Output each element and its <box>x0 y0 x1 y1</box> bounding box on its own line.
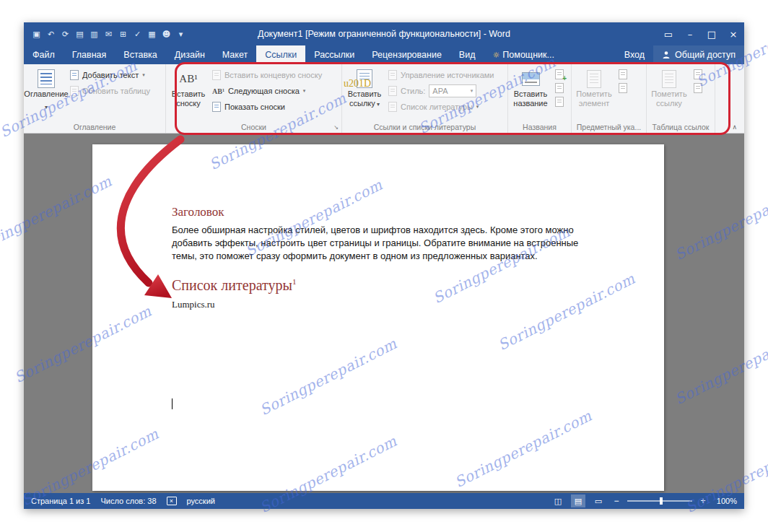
save-icon[interactable]: ▣ <box>30 25 43 43</box>
mark-entry-button[interactable]: Пометить элемент <box>573 65 615 121</box>
update-table-of-authorities-icon[interactable] <box>694 83 702 93</box>
close-button[interactable]: × <box>723 22 744 45</box>
insert-endnote-label: Вставить концевую сноску <box>224 71 322 79</box>
add-text-label: Добавить текст <box>82 71 139 79</box>
spelling-icon[interactable]: ✓ <box>131 25 144 43</box>
qat-customize-icon[interactable]: ▾ <box>174 25 188 43</box>
group-label-toc: Оглавление <box>24 121 165 133</box>
document-page[interactable]: Заголовок Более обширная настройка стиле… <box>92 144 664 491</box>
insert-endnote-icon <box>212 70 221 80</box>
manage-sources-label: Управление источниками <box>401 71 494 79</box>
redo-icon[interactable]: ⟳ <box>58 25 72 43</box>
account-icon[interactable]: ☻ <box>160 25 173 43</box>
mark-citation-button[interactable]: Пометить ссылку <box>648 65 690 121</box>
tab-design[interactable]: Дизайн <box>166 45 214 64</box>
print-layout-icon[interactable]: ▤ <box>571 494 585 507</box>
insert-caption-icon <box>522 72 540 86</box>
ribbon-group-footnotes: AB¹ Вставить сноску Вставить концевую сн… <box>166 64 342 133</box>
ribbon-group-toc: Оглавление Добавить текст Обновить табли… <box>24 64 166 133</box>
insert-endnote-button[interactable]: Вставить концевую сноску <box>209 67 325 83</box>
language-indicator[interactable]: русский <box>187 497 215 505</box>
group-label-citations: Ссылки и списки литературы <box>342 121 507 133</box>
update-table-label: Обновить таблицу <box>82 87 150 95</box>
statusbar-right: ◫ ▤ ▭ − + 100% <box>551 494 737 507</box>
tab-review[interactable]: Рецензирование <box>363 45 450 64</box>
document-heading: Заголовок <box>172 205 599 219</box>
insert-footnote-button[interactable]: AB¹ Вставить сноску <box>167 65 209 121</box>
tab-references[interactable]: Ссылки <box>256 45 305 64</box>
cross-reference-icon[interactable] <box>555 97 564 107</box>
email-icon[interactable]: ✉ <box>102 25 115 43</box>
undo-icon[interactable]: ↶ <box>44 25 58 43</box>
tab-layout[interactable]: Макет <box>214 45 256 64</box>
insert-citation-button[interactable]: Вставить ссылку <box>344 65 385 121</box>
bibliography-icon <box>388 102 397 112</box>
insert-table-of-authorities-icon[interactable] <box>694 69 702 79</box>
tab-view[interactable]: Вид <box>450 45 484 64</box>
update-index-icon[interactable] <box>619 83 627 93</box>
tab-file[interactable]: Файл <box>24 45 64 64</box>
document-paragraph: Более обширная настройка стилей, цветов … <box>172 224 599 263</box>
tab-assistant[interactable]: ☼ Помощник... <box>484 45 562 64</box>
read-mode-icon[interactable]: ◫ <box>551 494 565 507</box>
mark-citation-label-1: Пометить <box>651 90 686 99</box>
collapse-ribbon-icon[interactable]: ∧ <box>732 123 737 131</box>
tab-home[interactable]: Главная <box>64 45 115 64</box>
table-of-contents-button[interactable]: Оглавление <box>25 65 67 121</box>
insert-citation-icon <box>357 69 372 88</box>
web-layout-icon[interactable]: ▭ <box>591 494 606 507</box>
insert-caption-button[interactable]: Вставить название <box>510 65 551 121</box>
zoom-slider[interactable] <box>627 494 692 507</box>
new-document-icon[interactable]: ▤ <box>73 25 87 43</box>
proofing-errors-icon[interactable] <box>167 497 177 505</box>
zoom-level[interactable]: 100% <box>714 497 737 505</box>
update-table-button[interactable]: Обновить таблицу <box>67 83 153 99</box>
show-notes-button[interactable]: Показать сноски <box>209 99 325 115</box>
update-figures-table-icon[interactable] <box>555 83 564 93</box>
page-indicator[interactable]: Страница 1 из 1 <box>31 497 90 505</box>
group-label-footnotes: Сноски <box>166 121 341 133</box>
bibliography-label: Список литературы <box>401 103 473 111</box>
word-window: ▣ ↶ ⟳ ▤ ▥ ✉ ⊞ ✓ ▦ ☻ ▾ Документ1 [Режим о… <box>24 22 744 509</box>
style-row: Стиль: APA <box>385 83 497 99</box>
next-footnote-icon: AB¹ <box>212 87 224 95</box>
document-area: Заголовок Более обширная настройка стиле… <box>24 134 744 493</box>
mark-entry-icon <box>587 70 601 88</box>
bibliography-heading: Список литературы1 <box>172 277 599 294</box>
insert-footnote-label-2: сноску <box>176 99 201 108</box>
update-table-icon <box>70 86 79 96</box>
table-icon[interactable]: ▦ <box>145 25 159 43</box>
table-of-contents-label: Оглавление <box>24 90 68 99</box>
next-footnote-button[interactable]: AB¹ Следующая сноска <box>209 83 325 99</box>
share-button[interactable]: Общий доступ <box>653 45 744 64</box>
style-label: Стиль: <box>401 87 425 95</box>
open-icon[interactable]: ▥ <box>87 25 101 43</box>
insert-table-of-figures-icon[interactable] <box>555 69 564 79</box>
footnotes-dialog-launcher-icon[interactable] <box>332 123 340 131</box>
mark-entry-label-2: элемент <box>579 99 610 108</box>
zoom-slider-thumb[interactable] <box>660 497 663 505</box>
tab-mailings[interactable]: Рассылки <box>305 45 363 64</box>
minimize-button[interactable]: – <box>679 22 701 45</box>
zoom-in-button[interactable]: + <box>698 496 708 506</box>
style-combobox[interactable]: APA <box>429 84 476 97</box>
ribbon-display-options-icon[interactable]: ▭ <box>658 22 679 45</box>
bibliography-button[interactable]: Список литературы <box>385 99 497 115</box>
insert-caption-label-1: Вставить <box>514 90 548 99</box>
quick-print-icon[interactable]: ⊞ <box>116 25 130 43</box>
insert-footnote-label-1: Вставить <box>172 90 206 99</box>
ribbon-group-captions: Вставить название Названия <box>508 64 572 133</box>
add-text-button[interactable]: Добавить текст <box>67 67 153 83</box>
insert-index-icon[interactable] <box>619 69 627 79</box>
group-label-authorities: Таблица ссылок <box>647 121 715 133</box>
maximize-button[interactable]: □ <box>701 22 723 45</box>
sign-in-button[interactable]: Вход <box>616 45 653 64</box>
ribbon-group-citations: Вставить ссылку Управление источниками С… <box>342 64 508 133</box>
show-notes-label: Показать сноски <box>224 103 285 111</box>
screenshot-canvas: ▣ ↶ ⟳ ▤ ▥ ✉ ⊞ ✓ ▦ ☻ ▾ Документ1 [Режим о… <box>0 0 768 532</box>
word-count[interactable]: Число слов: 38 <box>100 497 156 505</box>
zoom-out-button[interactable]: − <box>611 496 621 506</box>
group-label-captions: Названия <box>508 121 571 133</box>
manage-sources-button[interactable]: Управление источниками <box>385 67 497 83</box>
tab-insert[interactable]: Вставка <box>115 45 165 64</box>
